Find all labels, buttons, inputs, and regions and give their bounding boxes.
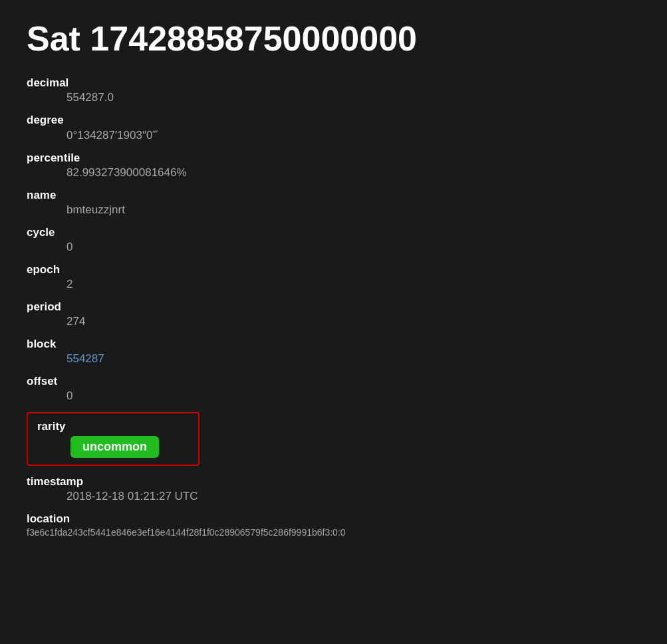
degree-field: degree 0°134287′1903″0‴ [27,114,640,142]
offset-value: 0 [27,389,640,403]
block-label: block [27,338,640,351]
decimal-field: decimal 554287.0 [27,76,640,104]
offset-field: offset 0 [27,375,640,403]
block-value[interactable]: 554287 [27,352,640,366]
degree-value: 0°134287′1903″0‴ [27,128,640,142]
timestamp-label: timestamp [27,475,640,488]
decimal-label: decimal [27,76,640,90]
name-label: name [27,189,640,202]
epoch-label: epoch [27,263,640,276]
timestamp-value: 2018-12-18 01:21:27 UTC [27,490,640,503]
decimal-value: 554287.0 [27,91,640,104]
degree-label: degree [27,114,640,127]
timestamp-field: timestamp 2018-12-18 01:21:27 UTC [27,475,640,503]
period-field: period 274 [27,300,640,328]
percentile-label: percentile [27,152,640,165]
location-value: f3e6c1fda243cf5441e846e3ef16e4144f28f1f0… [27,527,640,538]
location-label: location [27,512,640,526]
offset-label: offset [27,375,640,388]
rarity-field: rarity uncommon [27,412,200,466]
block-field: block 554287 [27,338,640,366]
location-field: location f3e6c1fda243cf5441e846e3ef16e41… [27,512,640,538]
rarity-badge: uncommon [70,436,159,458]
epoch-value: 2 [27,278,640,291]
rarity-label: rarity [37,420,189,433]
cycle-label: cycle [27,226,640,239]
cycle-value: 0 [27,241,640,254]
percentile-field: percentile 82.993273900081646% [27,152,640,179]
name-field: name bmteuzzjnrt [27,189,640,217]
period-label: period [27,300,640,314]
period-value: 274 [27,315,640,328]
epoch-field: epoch 2 [27,263,640,291]
cycle-field: cycle 0 [27,226,640,254]
name-value: bmteuzzjnrt [27,203,640,217]
page-title: Sat 17428858750000000 [27,20,640,58]
percentile-value: 82.993273900081646% [27,166,640,179]
